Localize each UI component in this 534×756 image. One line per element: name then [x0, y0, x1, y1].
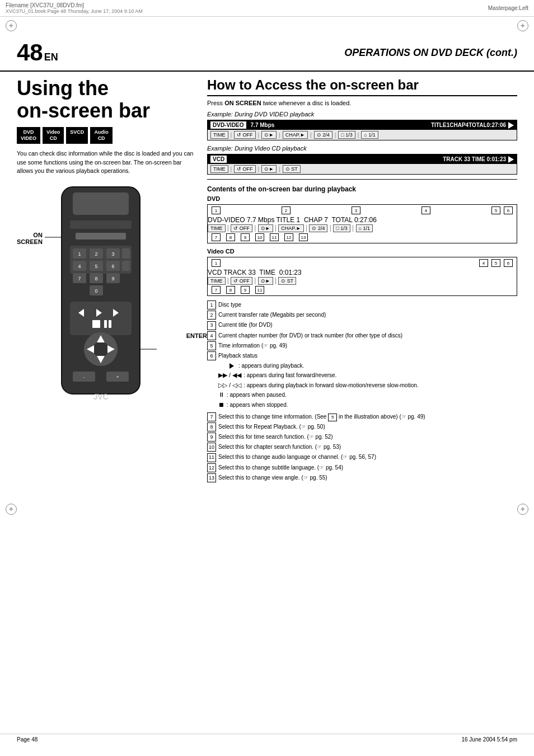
contents-heading: Contents of the on-screen bar during pla… [207, 185, 517, 193]
total-label: TOTAL [469, 122, 486, 128]
item-text-4: Current chapter number (for DVD) or trac… [218, 331, 517, 340]
numbered-list: 1 Disc type 2 Current transfer rate (Meg… [207, 300, 517, 360]
header-bar: Filename [XVC37U_08DVD.fm] XVC37U_01.boo… [0, 0, 534, 17]
subtitle-btn[interactable]: □ 1/3 [338, 131, 355, 139]
vcd-diag-off-btn[interactable]: ↺ OFF [231, 277, 252, 285]
example2-label: Example: During Video CD playback [207, 145, 517, 152]
bottom-left-reg-mark: ✛ [6, 504, 17, 515]
num-9: 9 [241, 233, 250, 241]
list-item-13: 13 Select this to change view angle. (☞ … [207, 473, 517, 482]
svg-rect-1 [73, 192, 129, 215]
diag-chap: CHAP 7 [304, 216, 328, 224]
diag-time-btn[interactable]: TIME [208, 224, 226, 232]
sub-item-ff: ▶▶ / ◀◀ : appears during fast forward/re… [218, 370, 517, 381]
diag-off-btn[interactable]: ↺ OFF [231, 224, 252, 232]
page-footer: Page 48 16 June 2004 5:54 pm [0, 734, 534, 745]
vcd-top-numbers: 1 4 5 6 [208, 257, 517, 269]
list-item-11: 11 Select this to change audio language … [207, 453, 517, 462]
vcd-time-btn[interactable]: TIME [210, 165, 228, 173]
time-btn[interactable]: TIME [210, 131, 228, 139]
svg-text:7: 7 [78, 276, 81, 281]
total-time: 0:27:06 [487, 122, 506, 128]
num-11: 11 [270, 233, 279, 241]
item-text-10: Select this for chapter search function.… [218, 443, 517, 452]
item-text-7: Select this to change time information. … [218, 412, 517, 421]
stop-symbol: ⏹ [218, 400, 224, 410]
vcd-diag-track: TRACK 33 [223, 269, 255, 276]
item-num-1: 1 [207, 300, 216, 309]
diag-audio-btn[interactable]: ⊙ 2/4 [309, 224, 327, 232]
diag-src-btn[interactable]: ⊙► [258, 224, 273, 232]
svg-rect-32 [104, 320, 107, 328]
svg-rect-3 [76, 233, 126, 240]
item-num-12: 12 [207, 463, 216, 472]
num-1: 1 [212, 206, 221, 214]
diag-sub-btn[interactable]: □ 1/3 [333, 224, 350, 232]
vcd-num-8: 8 [226, 286, 235, 294]
vcd-st-btn[interactable]: ⊙ ST [283, 165, 301, 173]
dvd-bar-top: DVD-VIDEO 7.7 Mbps TITLE 1 CHAP 4 TOTAL … [208, 120, 517, 130]
vcd-diag-time: 0:01:23 [279, 269, 302, 276]
slow-symbol: ▷▷ / ◁◁ [218, 381, 241, 391]
dvd-video-bar: DVD-VIDEO 7.7 Mbps TITLE 1 CHAP 4 TOTAL … [207, 120, 517, 140]
vcd-off-btn[interactable]: ↺ OFF [234, 165, 256, 173]
angle-btn[interactable]: ⌂ 1/1 [361, 131, 378, 139]
vcd-diag-label: VCD [208, 269, 222, 276]
diag-mbps: 7.7 Mbps [247, 216, 274, 224]
item-num-8: 8 [207, 422, 216, 431]
list-item-8: 8 Select this for Repeat Playback. (☞ pg… [207, 422, 517, 431]
svg-text:1: 1 [78, 251, 81, 257]
item-num-4: 4 [207, 331, 216, 340]
on-screen-label: ONSCREEN [17, 232, 43, 245]
num-2: 2 [282, 206, 291, 214]
list-item-3: 3 Current title (for DVD) [207, 321, 517, 330]
num-7: 7 [212, 233, 221, 241]
item-text-8: Select this for Repeat Playback. (☞ pg. … [218, 422, 517, 431]
vcd-diag-src-btn[interactable]: ⊙► [258, 277, 273, 285]
off-btn[interactable]: ↺ OFF [234, 131, 256, 139]
ff-symbol: ▶▶ / ◀◀ [218, 370, 241, 381]
diag-chap-btn[interactable]: CHAP.► [278, 224, 303, 232]
ff-text: : appears during fast forward/reverse. [243, 371, 336, 380]
svg-text:0: 0 [95, 288, 97, 294]
dvd-top-numbers: 1 2 3 4 5 6 [208, 205, 517, 216]
dvd-info: 7.7 Mbps [251, 122, 275, 128]
pause-text: : appears when paused. [227, 391, 287, 400]
vcd-chap-btn[interactable]: ⊙► [261, 165, 277, 173]
slow-text: : appears during playback in forward slo… [243, 381, 418, 390]
sub-item-pause: ⏸ : appears when paused. [218, 390, 517, 400]
play-icon [508, 122, 514, 129]
svg-rect-27 [70, 302, 132, 335]
enter-label: ENTER [186, 332, 207, 339]
list-item-9: 9 Select this for time search function. … [207, 433, 517, 442]
num-6: 6 [504, 206, 513, 214]
svg-rect-2 [70, 220, 132, 229]
intro-text: You can check disc information while the… [17, 149, 196, 176]
vcd-diag-time-btn[interactable]: TIME [208, 277, 226, 285]
chap-search-btn[interactable]: CHAP.► [283, 131, 308, 139]
dvd-section-label: DVD [207, 195, 517, 202]
top-right-reg-mark: ✛ [517, 20, 528, 31]
badge-dvd: DVDVIDEO [17, 127, 40, 144]
chap-label: CHAP [449, 122, 465, 128]
vcd-diag-st-btn[interactable]: ⊙ ST [278, 277, 296, 285]
page-number: 48 EN [17, 39, 58, 66]
footer-left: Page 48 [17, 736, 38, 743]
svg-text:9: 9 [111, 276, 114, 281]
page-suffix: EN [44, 51, 58, 63]
item-text-6: Playback status [218, 351, 517, 360]
diag-angle-btn[interactable]: ⌂ 1/1 [356, 224, 373, 232]
badge-video-cd: VideoCD [43, 127, 64, 144]
vcd-num-5: 5 [491, 259, 500, 267]
list-item-4: 4 Current chapter number (for DVD) or tr… [207, 331, 517, 340]
list-item-2: 2 Current transfer rate (Megabits per se… [207, 311, 517, 320]
vcd-diagram-bar-bottom: TIME | ↺ OFF | ⊙► | ⊙ ST [208, 276, 517, 284]
section-separator [207, 179, 517, 180]
vcd-num-6: 6 [504, 259, 513, 267]
item-text-2: Current transfer rate (Megabits per seco… [218, 311, 517, 320]
example1-label: Example: During DVD VIDEO playback [207, 111, 517, 118]
svg-text:2: 2 [95, 251, 97, 257]
audio-btn[interactable]: ⊙ 2/4 [314, 131, 332, 139]
play-text: : appears during playback. [238, 361, 304, 370]
chap-btn[interactable]: ⊙► [261, 131, 277, 139]
